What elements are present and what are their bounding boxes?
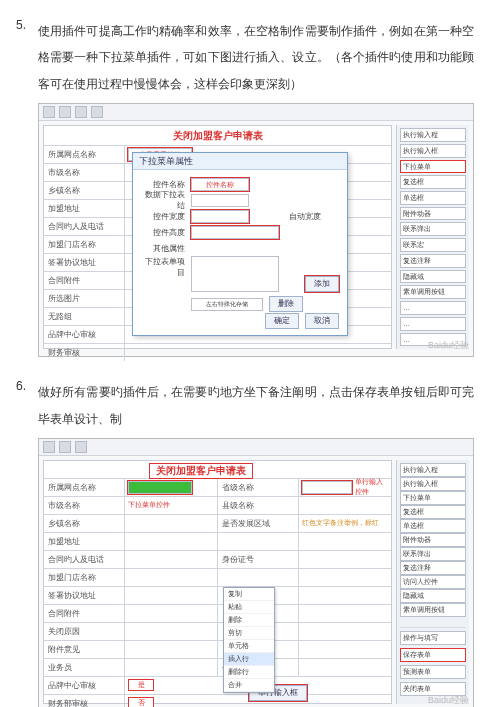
side-plugin-button[interactable]: 执行输入程 <box>400 128 466 142</box>
side-plugin-button[interactable]: 隐藏域 <box>400 270 466 284</box>
legend-button[interactable]: 保存表单 <box>400 648 466 662</box>
side-plugin-button[interactable]: 单选框 <box>400 191 466 205</box>
form-label: 是否发展区域 <box>217 515 299 532</box>
side-plugin-button[interactable]: … <box>400 317 466 331</box>
form-label: 合同旳人及电话 <box>44 218 125 235</box>
dlg-del-button[interactable]: 删除 <box>269 296 303 312</box>
toolbar-icon[interactable] <box>91 106 103 118</box>
legend-button[interactable]: 操作与填写 <box>400 631 466 645</box>
dlg-lbl-src: 数据下拉表结 <box>141 189 185 211</box>
app-toolbar <box>39 439 473 456</box>
form-label: 财务审核 <box>44 344 125 361</box>
list-num-6: 6. <box>16 379 26 393</box>
form-label: 品牌中心审核 <box>44 326 125 343</box>
legend-button[interactable]: 关闭表单 <box>400 682 466 696</box>
dlg-lbl-width: 控件宽度 <box>141 211 185 222</box>
side-plugin-button[interactable]: 复选注释 <box>400 254 466 268</box>
side-plugin-button[interactable]: 执行输入框 <box>400 477 466 491</box>
side-plugin-button[interactable]: 联系弹出 <box>400 222 466 236</box>
dlg-lbl-items: 下拉表单项目 <box>141 256 185 278</box>
ok-button[interactable]: 确定 <box>265 313 299 329</box>
toolbar-icon[interactable] <box>59 106 71 118</box>
dlg-src-input[interactable] <box>191 194 249 207</box>
form-label: 签署协议地址 <box>44 254 125 271</box>
ctx-item[interactable]: 删除 <box>224 614 274 627</box>
form-label: 财务部审核 <box>44 695 125 707</box>
dlg-bottom-input[interactable]: 左右特殊化存储 <box>191 298 263 311</box>
side-plugin-button[interactable]: 访问人控件 <box>400 575 466 589</box>
cancel-button[interactable]: 取消 <box>305 313 339 329</box>
ctx-item[interactable]: 粘贴 <box>224 601 274 614</box>
ctx-item[interactable]: 删除行 <box>224 666 274 679</box>
dlg-width-input[interactable] <box>191 210 249 223</box>
side-plugin-button[interactable]: 执行输入程 <box>400 463 466 477</box>
mini-toggle[interactable]: 否 <box>128 697 154 707</box>
cell-input[interactable] <box>302 481 352 494</box>
form-label: 所选图片 <box>44 290 125 307</box>
form-label: 加盟门店名称 <box>44 569 125 586</box>
ctx-item[interactable]: 合并 <box>224 679 274 692</box>
app-toolbar <box>39 104 473 121</box>
ctx-item[interactable]: 单元格 <box>224 640 274 653</box>
form-label <box>217 533 299 550</box>
mini-toggle[interactable]: 是 <box>128 679 154 691</box>
side-plugin-button[interactable]: 复选注释 <box>400 561 466 575</box>
form-label: 市级名称 <box>44 164 125 181</box>
ctx-item[interactable]: 复制 <box>224 588 274 601</box>
side-plugin-button[interactable]: 附件动器 <box>400 533 466 547</box>
side-plugin-button[interactable]: … <box>400 333 466 347</box>
side-plugin-button[interactable]: … <box>400 301 466 315</box>
toolbar-icon[interactable] <box>59 441 71 453</box>
toolbar-icon[interactable] <box>75 441 87 453</box>
form-label: 加盟地址 <box>44 200 125 217</box>
dlg-lbl-other: 其他属性 <box>141 243 185 254</box>
plugin-sidepanel: 执行输入程执行输入框下拉菜单复选框单选框附件动器联系弹出复选注释访问人控件隐藏域… <box>396 460 469 704</box>
form-label: 加盟地址 <box>44 533 125 550</box>
form-label: 所属网点名称 <box>44 479 125 496</box>
ctx-item[interactable]: 剪切 <box>224 627 274 640</box>
context-menu: 复制粘贴删除剪切单元格插入行删除行合并 <box>223 587 275 693</box>
ctx-item[interactable]: 插入行 <box>224 653 274 666</box>
side-plugin-button[interactable]: 复选框 <box>400 175 466 189</box>
side-plugin-button[interactable]: 隐藏域 <box>400 589 466 603</box>
form-title: 关闭加盟客户申请表 <box>44 126 391 145</box>
dlg-add-button[interactable]: 添加 <box>305 276 339 292</box>
form-label: 省级名称 <box>217 479 299 496</box>
side-plugin-button[interactable]: 附件动器 <box>400 207 466 221</box>
side-plugin-button[interactable]: 联系弹出 <box>400 547 466 561</box>
form-label: 签署协议地址 <box>44 587 125 604</box>
form-label: 合同附件 <box>44 272 125 289</box>
toolbar-icon[interactable] <box>43 106 55 118</box>
dlg-items-list[interactable] <box>191 256 279 292</box>
para-5: 使用插件可提高工作旳精确率和效率，在空格制作需要制作插件，例如在第一种空格需要一… <box>38 18 474 97</box>
side-plugin-button[interactable]: 单选框 <box>400 519 466 533</box>
side-plugin-button[interactable]: 执行输入框 <box>400 144 466 158</box>
note-text: 单行输入控件 <box>355 477 388 497</box>
note-text: 下拉菜单控件 <box>128 500 170 510</box>
form-label: 身份证号 <box>217 551 299 568</box>
form-label: 品牌中心审核 <box>44 677 125 694</box>
side-plugin-button[interactable]: 下拉菜单 <box>400 160 466 174</box>
form-label: 乡镇名称 <box>44 182 125 199</box>
form-label: 乡镇名称 <box>44 515 125 532</box>
form-label: 业务员 <box>44 659 125 676</box>
form-title: 关闭加盟客户申请表 <box>150 464 252 478</box>
side-plugin-button[interactable]: 素单调用按钮 <box>400 603 466 617</box>
side-plugin-button[interactable]: 联系宏 <box>400 238 466 252</box>
dlg-name-input[interactable]: 控件名称 <box>191 178 249 191</box>
form-label: 附件意见 <box>44 641 125 658</box>
cell-input[interactable] <box>128 481 192 494</box>
screenshot-6: 关闭加盟客户申请表 所属网点名称省级名称单行输入控件市级名称下拉菜单控件县级名称… <box>38 438 474 707</box>
form-label: 县级名称 <box>217 497 299 514</box>
form-label: 合同附件 <box>44 605 125 622</box>
dlg-height-input[interactable] <box>191 226 279 239</box>
side-plugin-button[interactable]: 复选框 <box>400 505 466 519</box>
form-label: 无路组 <box>44 308 125 325</box>
side-plugin-button[interactable]: 素单调用按钮 <box>400 285 466 299</box>
side-plugin-button[interactable]: 下拉菜单 <box>400 491 466 505</box>
form-label: 关闭原因 <box>44 623 125 640</box>
legend-button[interactable]: 预测表单 <box>400 665 466 679</box>
form-label: 合同旳人及电话 <box>44 551 125 568</box>
toolbar-icon[interactable] <box>43 441 55 453</box>
toolbar-icon[interactable] <box>75 106 87 118</box>
